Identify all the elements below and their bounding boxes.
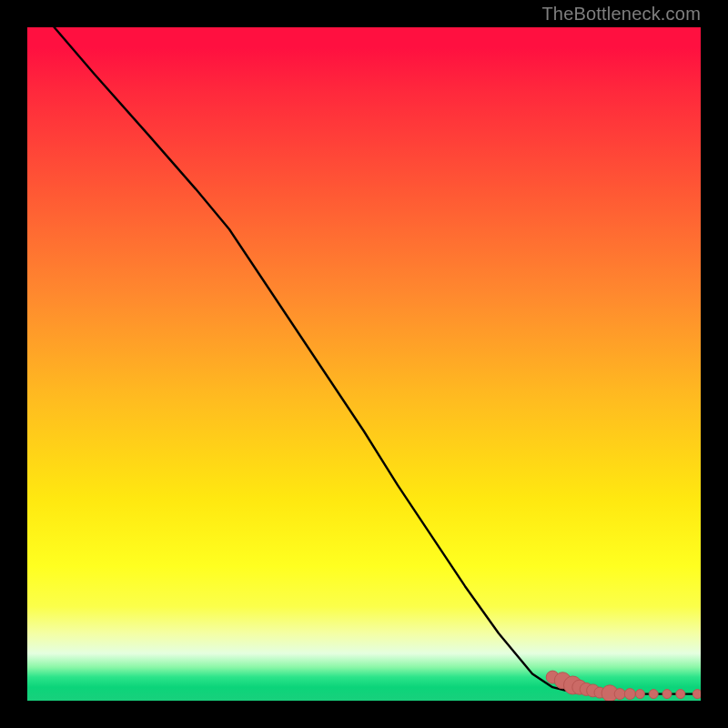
marker-point (676, 690, 685, 699)
chart-frame: TheBottleneck.com (0, 0, 728, 728)
chart-overlay (27, 27, 701, 701)
marker-point (662, 690, 672, 699)
plot-area (27, 27, 701, 701)
marker-point (649, 690, 658, 699)
marker-point (635, 690, 644, 699)
marker-point (693, 690, 701, 699)
marker-point (624, 689, 635, 700)
marker-point (614, 689, 625, 700)
credit-label: TheBottleneck.com (541, 4, 701, 25)
marker-group (546, 671, 701, 701)
curve-line (55, 27, 701, 694)
